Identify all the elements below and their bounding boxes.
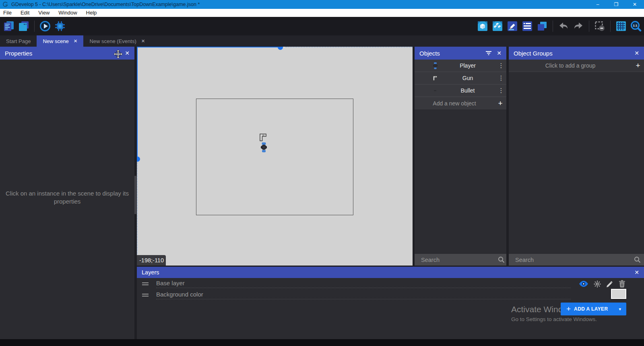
add-layer-button[interactable]: + ADD A LAYER ▾ xyxy=(561,303,626,315)
svg-text:1:1: 1:1 xyxy=(633,24,638,27)
menu-view[interactable]: View xyxy=(34,9,54,17)
tab-new-scene-events[interactable]: New scene (Events) ✕ xyxy=(83,35,151,47)
bullet-object-icon xyxy=(431,89,440,92)
edit-scene-properties-icon[interactable] xyxy=(507,21,518,32)
scene-editor-icon[interactable] xyxy=(18,21,29,32)
chevron-down-icon[interactable]: ▾ xyxy=(619,307,621,312)
search-icon xyxy=(630,256,644,263)
tab-new-scene[interactable]: New scene ✕ xyxy=(37,35,83,47)
object-menu-icon[interactable]: ⋮ xyxy=(496,62,506,69)
gun-instance[interactable] xyxy=(259,133,267,142)
vertical-scrollbar-track xyxy=(137,162,138,266)
move-cursor-icon xyxy=(114,49,123,59)
objects-header[interactable]: Objects ✕ xyxy=(415,47,506,60)
layer-row-base[interactable]: Base layer xyxy=(137,278,644,289)
object-groups-close-icon[interactable]: ✕ xyxy=(634,50,639,56)
horizontal-scrollbar-thumb[interactable] xyxy=(278,47,283,50)
layer-name[interactable]: Base layer xyxy=(156,280,571,288)
object-groups-panel: Object Groups ✕ Click to add a group + xyxy=(509,47,644,266)
close-button[interactable]: ✕ xyxy=(625,0,644,9)
add-object-icon[interactable] xyxy=(477,21,488,32)
object-groups-title: Object Groups xyxy=(514,50,553,57)
properties-panel: Properties ✕ Click on an instance in the… xyxy=(0,47,134,339)
filter-icon[interactable] xyxy=(485,50,492,56)
layers-panel: Layers ✕ Base layer Background color xyxy=(137,267,644,339)
add-object-group-icon[interactable] xyxy=(492,21,503,32)
menu-help[interactable]: Help xyxy=(82,9,101,17)
play-preview-icon[interactable] xyxy=(39,21,51,32)
groups-search-bar xyxy=(509,254,644,266)
properties-scrollbar[interactable] xyxy=(134,176,136,214)
object-name: Player xyxy=(440,62,496,69)
tab-close-icon[interactable]: ✕ xyxy=(141,38,145,44)
object-row-bullet[interactable]: Bullet ⋮ xyxy=(415,84,506,97)
layer-row-background[interactable]: Background color xyxy=(137,289,644,301)
effects-flare-icon[interactable] xyxy=(594,280,601,288)
properties-close-icon[interactable]: ✕ xyxy=(125,50,130,56)
add-group-label: Click to add a group xyxy=(509,62,632,69)
drag-handle-icon[interactable] xyxy=(142,282,149,285)
layers-close-icon[interactable]: ✕ xyxy=(634,269,639,276)
drag-handle-icon[interactable] xyxy=(142,294,149,297)
object-groups-header[interactable]: Object Groups ✕ xyxy=(509,47,644,60)
horizontal-scrollbar-track xyxy=(285,47,413,47)
object-menu-icon[interactable]: ⋮ xyxy=(496,74,506,82)
redo-icon[interactable] xyxy=(573,21,584,32)
toolbar: 1:1 xyxy=(0,17,644,35)
visibility-eye-icon[interactable] xyxy=(579,280,588,287)
menu-bar: File Edit View Window Help xyxy=(0,9,644,17)
background-color-swatch[interactable] xyxy=(611,289,626,299)
debug-icon[interactable] xyxy=(54,21,66,32)
menu-edit[interactable]: Edit xyxy=(16,9,34,17)
menu-file[interactable]: File xyxy=(0,9,16,17)
layers-toolbar-icon[interactable] xyxy=(537,21,548,32)
player-instance[interactable] xyxy=(261,142,267,152)
tab-start-page[interactable]: Start Page xyxy=(0,35,37,47)
undo-icon[interactable] xyxy=(558,21,569,32)
restore-button[interactable]: ❐ xyxy=(607,0,625,9)
objects-search-input[interactable] xyxy=(415,257,496,263)
plus-icon[interactable]: + xyxy=(494,99,506,108)
zoom-1-1-icon[interactable]: 1:1 xyxy=(630,21,642,32)
toggle-grid-icon[interactable] xyxy=(615,21,627,32)
gdevelop-logo-icon xyxy=(2,2,8,7)
groups-search-input[interactable] xyxy=(509,257,630,263)
project-manager-icon[interactable] xyxy=(3,21,14,32)
tab-bar: Start Page New scene ✕ New scene (Events… xyxy=(0,35,644,47)
object-row-player[interactable]: Player ⋮ xyxy=(415,60,506,72)
toolbar-separator xyxy=(553,21,553,32)
tab-label: New scene (Events) xyxy=(89,38,136,44)
vertical-scrollbar-thumb[interactable] xyxy=(137,157,140,162)
objects-panel: Objects ✕ Player ⋮ Gun xyxy=(415,47,506,266)
tab-close-icon[interactable]: ✕ xyxy=(74,38,78,44)
cursor-coordinates-badge: -198;-110 xyxy=(137,255,166,266)
plus-icon: + xyxy=(566,305,571,313)
horizontal-scrollbar[interactable] xyxy=(137,47,283,47)
player-object-icon xyxy=(431,62,440,69)
plus-icon[interactable]: + xyxy=(632,61,644,70)
search-icon xyxy=(496,256,506,263)
minimize-button[interactable]: – xyxy=(588,0,607,9)
properties-empty-message: Click on an instance in the scene to dis… xyxy=(6,189,129,206)
scene-canvas[interactable]: -198;-110 xyxy=(137,47,413,266)
gun-object-icon xyxy=(431,75,440,81)
properties-title: Properties xyxy=(5,50,32,57)
layers-header[interactable]: Layers ✕ xyxy=(137,267,644,278)
window-bottom-edge xyxy=(0,339,644,346)
deselect-all-icon[interactable] xyxy=(594,21,605,32)
add-object-row[interactable]: Add a new object + xyxy=(415,97,506,109)
toolbar-separator xyxy=(610,21,611,32)
object-row-gun[interactable]: Gun ⋮ xyxy=(415,72,506,84)
objects-close-icon[interactable]: ✕ xyxy=(497,50,502,56)
layer-name[interactable]: Background color xyxy=(156,291,571,299)
tab-label: New scene xyxy=(43,38,68,44)
edit-pencil-icon[interactable] xyxy=(606,280,613,288)
title-bar: GDevelop 5 - C:\Users\Sparkle\OneDrive\D… xyxy=(0,0,644,9)
add-group-row[interactable]: Click to add a group + xyxy=(509,60,644,72)
object-menu-icon[interactable]: ⋮ xyxy=(496,87,506,94)
instances-list-icon[interactable] xyxy=(522,21,533,32)
vertical-scrollbar[interactable] xyxy=(137,47,138,157)
menu-window[interactable]: Window xyxy=(54,9,81,17)
delete-trash-icon[interactable] xyxy=(619,280,625,288)
toolbar-separator xyxy=(34,21,35,32)
